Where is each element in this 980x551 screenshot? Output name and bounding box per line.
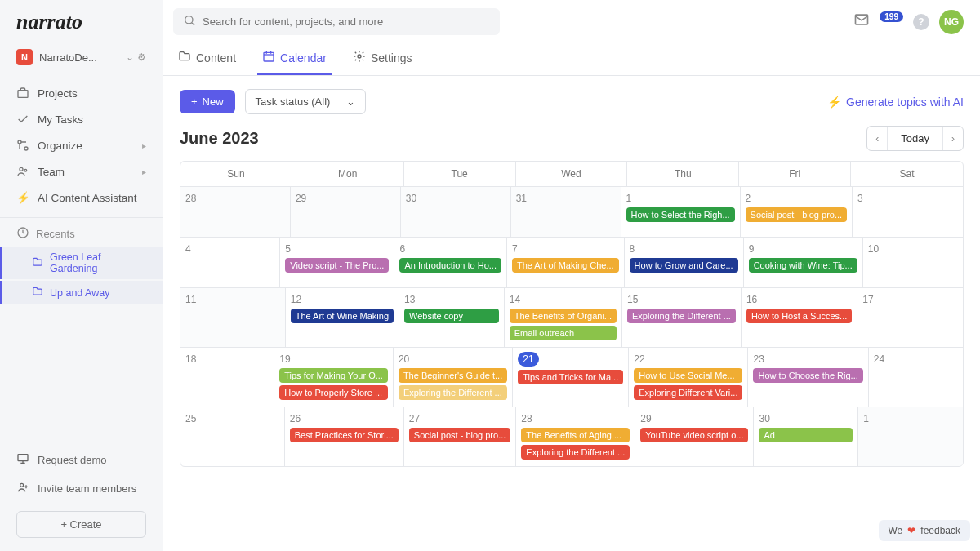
calendar-event[interactable]: The Benefits of Organi... — [510, 309, 617, 323]
calendar-cell[interactable]: 5Video script - The Pro... — [280, 238, 394, 288]
calendar-event[interactable]: An Introduction to Ho... — [399, 258, 501, 273]
create-button[interactable]: + Create — [16, 511, 146, 538]
calendar-event[interactable]: How to Properly Store ... — [279, 385, 388, 400]
calendar-event[interactable]: Website copy — [404, 309, 499, 323]
calendar-event[interactable]: Exploring the Different ... — [521, 445, 630, 460]
search-field[interactable] — [203, 16, 490, 28]
search-input[interactable] — [173, 8, 500, 35]
calendar-event[interactable]: Social post - blog pro... — [409, 428, 511, 442]
calendar-cell[interactable]: 30Ad — [754, 407, 858, 466]
chevron-right-icon: ▸ — [142, 141, 146, 150]
calendar-event[interactable]: Ad — [759, 428, 853, 442]
today-button[interactable]: Today — [887, 127, 943, 150]
calendar-event[interactable]: How to Host a Succes... — [746, 309, 852, 323]
calendar-cell[interactable]: 17 — [858, 288, 963, 348]
calendar-cell[interactable]: 27Social post - blog pro... — [404, 407, 517, 466]
task-status-filter[interactable]: Task status (All) ⌄ — [245, 89, 367, 114]
calendar-event[interactable]: Exploring Different Vari... — [634, 385, 742, 400]
workspace-selector[interactable]: N NarratoDe... ⌄ ⚙ — [0, 41, 163, 73]
calendar-event[interactable]: Email outreach — [510, 326, 617, 340]
calendar-event[interactable]: Tips and Tricks for Ma... — [518, 370, 623, 384]
calendar-event[interactable]: How to Choose the Rig... — [753, 368, 862, 383]
sidebar-item-label: Team — [38, 166, 65, 178]
calendar-cell[interactable]: 10 — [863, 238, 963, 288]
sidebar-item-ai-assistant[interactable]: ⚡ AI Content Assistant — [0, 184, 163, 211]
calendar-cell[interactable]: 11 — [180, 288, 286, 348]
calendar-cell[interactable]: 24 — [869, 348, 963, 407]
calendar-cell[interactable]: 18 — [180, 348, 274, 407]
calendar-cell[interactable]: 19Tips for Making Your O...How to Proper… — [274, 348, 394, 407]
calendar-cell[interactable]: 31 — [511, 187, 621, 238]
calendar-cell[interactable]: 4 — [180, 238, 280, 288]
calendar-cell[interactable]: 16How to Host a Succes... — [742, 288, 858, 348]
heart-icon: ❤ — [907, 525, 915, 536]
calendar-event[interactable]: The Art of Making Che... — [512, 258, 619, 273]
calendar-cell[interactable]: 6An Introduction to Ho... — [394, 238, 507, 288]
feedback-button[interactable]: We ❤ feedback — [879, 520, 971, 541]
calendar-event[interactable]: Best Practices for Stori... — [290, 428, 399, 442]
calendar-cell[interactable]: 1 — [858, 407, 963, 466]
calendar-event[interactable]: The Beginner's Guide t... — [399, 368, 507, 383]
day-header: Mon — [292, 162, 404, 187]
calendar-cell[interactable]: 8How to Grow and Care... — [625, 238, 744, 288]
calendar-cell[interactable]: 7The Art of Making Che... — [507, 238, 625, 288]
calendar-cell[interactable]: 14The Benefits of Organi...Email outreac… — [505, 288, 622, 348]
calendar-cell[interactable]: 30 — [401, 187, 511, 238]
calendar-event[interactable]: Video script - The Pro... — [285, 258, 389, 273]
calendar-cell[interactable]: 1How to Select the Righ... — [621, 187, 741, 238]
calendar-cell[interactable]: 21Tips and Tricks for Ma... — [513, 348, 629, 407]
calendar-cell[interactable]: 23How to Choose the Rig... — [748, 348, 868, 407]
calendar-event[interactable]: The Art of Wine Making — [291, 309, 394, 323]
calendar-event[interactable]: Tips for Making Your O... — [279, 368, 388, 383]
calendar-cell[interactable]: 15Exploring the Different ... — [622, 288, 742, 348]
new-button[interactable]: +New — [180, 90, 235, 113]
notif-badge[interactable]: 199 — [880, 11, 903, 22]
generate-topics-ai-link[interactable]: ⚡ Generate topics with AI — [827, 96, 964, 109]
tab-settings[interactable]: Settings — [348, 42, 417, 75]
calendar-event[interactable]: How to Use Social Me... — [634, 368, 742, 383]
calendar-event[interactable]: Exploring the Different ... — [627, 309, 736, 323]
gear-icon[interactable]: ⚙ — [137, 51, 146, 63]
calendar-event[interactable]: Cooking with Wine: Tip... — [749, 258, 858, 273]
filter-label: Task status (All) — [256, 96, 331, 108]
calendar-event[interactable]: YouTube video script o... — [640, 428, 748, 442]
sidebar-item-my-tasks[interactable]: My Tasks — [0, 106, 163, 132]
calendar-event[interactable]: The Benefits of Aging ... — [521, 428, 630, 442]
calendar-event[interactable]: How to Grow and Care... — [630, 258, 738, 273]
chevron-down-icon[interactable]: ⌄ — [126, 51, 134, 63]
avatar[interactable]: NG — [939, 10, 964, 34]
calendar-cell[interactable]: 25 — [180, 407, 285, 466]
calendar-cell[interactable]: 12The Art of Wine Making — [286, 288, 399, 348]
recent-item[interactable]: Up and Away — [0, 281, 163, 304]
next-month-button[interactable]: › — [943, 127, 963, 150]
calendar-cell[interactable]: 28 — [180, 187, 291, 238]
request-demo-link[interactable]: Request demo — [0, 446, 163, 474]
toolbar: +New Task status (All) ⌄ ⚡ Generate topi… — [163, 76, 980, 122]
sidebar-item-team[interactable]: Team ▸ — [0, 158, 163, 184]
calendar-cell[interactable]: 2Social post - blog pro... — [741, 187, 853, 238]
feedback-pre: We — [889, 525, 903, 536]
calendar-cell[interactable]: 26Best Practices for Stori... — [285, 407, 404, 466]
sidebar-item-projects[interactable]: Projects — [0, 80, 163, 106]
mail-icon[interactable] — [853, 11, 870, 32]
calendar-cell[interactable]: 28The Benefits of Aging ...Exploring the… — [516, 407, 635, 466]
calendar-cell[interactable]: 13Website copy — [399, 288, 505, 348]
tab-content[interactable]: Content — [173, 42, 241, 75]
help-icon[interactable]: ? — [913, 14, 929, 30]
recent-item[interactable]: Green Leaf Gardening — [0, 247, 163, 279]
invite-team-link[interactable]: Invite team members — [0, 474, 163, 503]
calendar-cell[interactable]: 20The Beginner's Guide t...Exploring the… — [394, 348, 513, 407]
calendar-cell[interactable]: 22How to Use Social Me...Exploring Diffe… — [629, 348, 748, 407]
calendar-event[interactable]: Social post - blog pro... — [746, 207, 848, 222]
tab-calendar[interactable]: Calendar — [257, 42, 332, 75]
date-number: 2 — [746, 193, 751, 204]
sidebar-item-organize[interactable]: Organize ▸ — [0, 132, 163, 158]
calendar-cell[interactable]: 3 — [853, 187, 963, 238]
calendar-cell[interactable]: 29YouTube video script o... — [635, 407, 754, 466]
calendar-event[interactable]: How to Select the Righ... — [626, 207, 735, 222]
calendar-cell[interactable]: 9Cooking with Wine: Tip... — [744, 238, 863, 288]
calendar-cell[interactable]: 29 — [291, 187, 401, 238]
ai-label: Generate topics with AI — [846, 96, 964, 109]
prev-month-button[interactable]: ‹ — [867, 127, 887, 150]
calendar-event[interactable]: Exploring the Different ... — [399, 385, 507, 400]
